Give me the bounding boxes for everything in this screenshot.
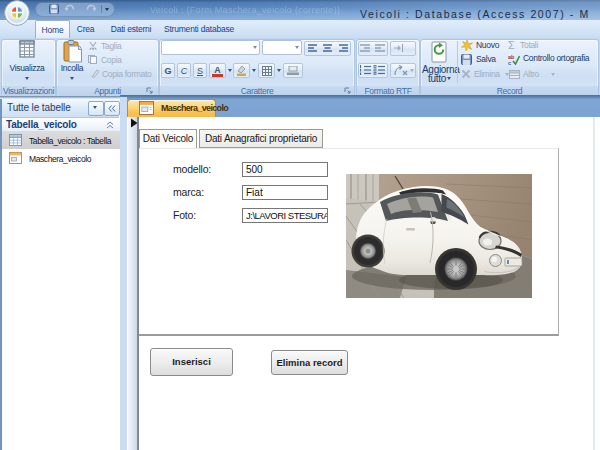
svg-text:c: c — [508, 60, 511, 66]
